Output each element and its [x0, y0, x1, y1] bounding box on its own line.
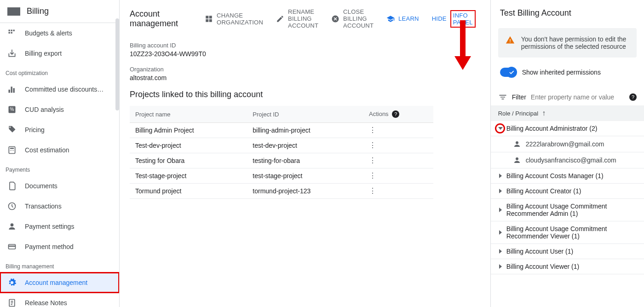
expand-icon — [499, 230, 502, 235]
sidebar-item-documents[interactable]: Documents — [0, 176, 119, 196]
account-details: Billing account ID 10ZZ23-203O44-WW99T0 … — [120, 37, 490, 213]
section-label: Billing management — [0, 257, 119, 272]
person-icon — [513, 140, 521, 148]
inherited-toggle-row: Show inherited permissions — [491, 65, 644, 89]
annotation-circle — [495, 123, 505, 133]
row-actions-menu[interactable]: ⋮ — [369, 158, 376, 163]
sidebar: Billing Budgets & alertsBilling exportCo… — [0, 0, 120, 307]
sidebar-item-label: Account management — [25, 279, 87, 286]
row-actions-menu[interactable]: ⋮ — [369, 174, 376, 178]
panel-title: Test Billing Account — [491, 0, 644, 26]
svg-point-6 — [13, 150, 14, 151]
role-header[interactable]: Role / Principal ↑ — [491, 105, 644, 121]
learn-button[interactable]: LEARN — [382, 12, 424, 26]
sidebar-item-label: Payment method — [25, 243, 74, 250]
expand-icon — [499, 264, 502, 269]
check-icon — [508, 69, 515, 75]
main: Account management CHANGE ORGANIZATION R… — [120, 0, 644, 307]
sidebar-scrollbar[interactable] — [115, 18, 119, 110]
sidebar-item-transactions[interactable]: Transactions — [0, 196, 119, 216]
sidebar-item-budgets[interactable]: Budgets & alerts — [0, 23, 119, 43]
role-row[interactable]: Billing Account User (1) — [491, 244, 644, 259]
export-icon — [7, 49, 17, 58]
role-name: Billing Account User (1) — [506, 248, 574, 255]
svg-rect-10 — [9, 246, 16, 247]
billing-id-label: Billing account ID — [130, 42, 480, 49]
filter-help-icon[interactable]: ? — [629, 93, 637, 101]
percent-icon: % — [7, 105, 17, 114]
sidebar-item-export[interactable]: Billing export — [0, 43, 119, 64]
sidebar-item-cudanalysis[interactable]: %CUD analysis — [0, 99, 119, 120]
filter-label: Filter — [512, 93, 526, 101]
billing-id-value: 10ZZ23-203O44-WW99T0 — [130, 50, 480, 58]
annotation-arrow — [454, 20, 471, 71]
sidebar-item-pricing[interactable]: Pricing — [0, 120, 119, 140]
sidebar-item-label: Committed use discounts… — [25, 86, 104, 93]
hide-info-panel-button[interactable]: HIDE INFO PANEL — [427, 7, 480, 30]
pencil-icon — [276, 15, 284, 23]
info-panel: Test Billing Account You don't have perm… — [490, 0, 644, 307]
billing-icon — [7, 7, 20, 16]
org-icon — [205, 15, 213, 23]
section-label: Cost optimization — [0, 64, 119, 79]
svg-point-15 — [516, 141, 518, 144]
project-id: billing-admin-project — [247, 123, 363, 138]
col-id[interactable]: Project ID — [247, 106, 363, 123]
sidebar-item-acctmgmt[interactable]: Account management — [0, 272, 119, 293]
role-row[interactable]: Billing Account Viewer (1) — [491, 259, 644, 274]
sidebar-item-cud[interactable]: Committed use discounts… — [0, 79, 119, 99]
sidebar-item-paysettings[interactable]: Payment settings — [0, 216, 119, 237]
sidebar-header: Billing — [0, 0, 119, 23]
sidebar-item-releasenotes[interactable]: Release Notes — [0, 293, 119, 307]
table-row: Testing for Obaratesting-for-obara⋮ — [130, 153, 433, 168]
page-title: Account management — [130, 9, 178, 29]
role-row[interactable]: Billing Account Usage Commitment Recomme… — [491, 199, 644, 221]
expand-icon — [499, 174, 502, 178]
row-actions-menu[interactable]: ⋮ — [369, 143, 376, 148]
expand-icon — [499, 208, 502, 212]
role-row[interactable]: Billing Account Administrator (2) — [491, 121, 644, 136]
topbar: Account management CHANGE ORGANIZATION R… — [120, 0, 490, 37]
row-actions-menu[interactable]: ⋮ — [369, 128, 376, 133]
row-actions-menu[interactable]: ⋮ — [369, 189, 376, 193]
role-row[interactable]: Billing Account Creator (1) — [491, 184, 644, 199]
role-name: Billing Account Viewer (1) — [506, 263, 579, 270]
sidebar-item-label: Payment settings — [25, 223, 74, 230]
col-name[interactable]: Project name — [130, 106, 247, 123]
sidebar-item-label: Budgets & alerts — [25, 29, 72, 37]
learn-icon — [386, 15, 395, 23]
filter-input[interactable] — [531, 93, 623, 101]
sidebar-item-paymethod[interactable]: Payment method — [0, 237, 119, 257]
svg-point-4 — [10, 150, 11, 151]
svg-point-8 — [11, 223, 14, 226]
warning-icon — [506, 35, 515, 50]
svg-marker-14 — [454, 56, 471, 70]
rename-button[interactable]: RENAME BILLING ACCOUNT — [271, 6, 323, 32]
org-label: Organization — [130, 66, 480, 73]
close-account-button[interactable]: CLOSE BILLING ACCOUNT — [327, 6, 378, 32]
role-name: Billing Account Costs Manager (1) — [506, 172, 604, 180]
inherited-toggle[interactable] — [500, 68, 517, 77]
toggle-label: Show inherited permissions — [522, 69, 601, 76]
role-row[interactable]: Billing Account Usage Commitment Recomme… — [491, 221, 644, 244]
calc-icon — [7, 145, 17, 155]
table-row: Tormund projecttormund-project-123⋮ — [130, 184, 433, 199]
tag-icon — [7, 125, 17, 134]
help-icon[interactable]: ? — [392, 110, 399, 118]
project-name: Billing Admin Project — [130, 123, 247, 138]
projects-table: Project name Project ID Actions ? Billin… — [130, 106, 433, 199]
role-member[interactable]: 2222larabrown@gmail.com — [491, 136, 644, 152]
project-id: tormund-project-123 — [247, 184, 363, 199]
sidebar-item-label: Billing export — [25, 50, 62, 57]
role-row[interactable]: Billing Account Costs Manager (1) — [491, 168, 644, 184]
table-row: Billing Admin Projectbilling-admin-proje… — [130, 123, 433, 138]
expand-icon — [499, 189, 502, 193]
project-id: testing-for-obara — [247, 153, 363, 168]
clock-icon — [7, 202, 17, 211]
sidebar-item-costest[interactable]: Cost estimation — [0, 140, 119, 160]
sidebar-item-label: Transactions — [25, 203, 62, 210]
role-member[interactable]: cloudysanfrancisco@gmail.com — [491, 152, 644, 168]
gear-icon — [7, 278, 17, 287]
change-org-button[interactable]: CHANGE ORGANIZATION — [200, 9, 268, 29]
role-name: Billing Account Creator (1) — [506, 187, 581, 195]
